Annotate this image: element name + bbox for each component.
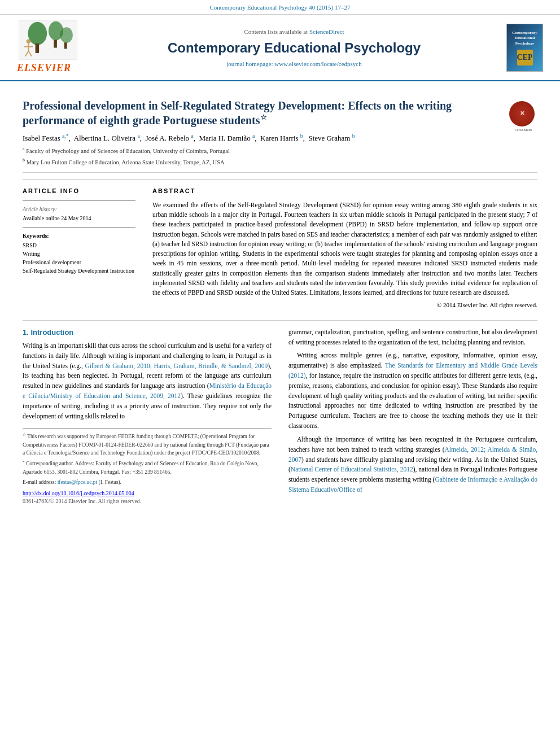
body-two-col: 1. Introduction Writing is an important …	[23, 327, 537, 506]
journal-header: ELSEVIER Contents lists available at Sci…	[0, 15, 560, 81]
keyword-srsd-instruction: Self-Regulated Strategy Development Inst…	[23, 267, 135, 275]
svg-point-5	[60, 28, 72, 43]
footnote-2: * Corresponding author. Address: Faculty…	[23, 459, 272, 476]
page: Contemporary Educational Psychology 40 (…	[0, 0, 560, 747]
author-rebelo: José A. Rebelo a,	[145, 134, 197, 142]
footnote-1: ☆ This research was supported by Europea…	[23, 432, 272, 457]
journal-title: Contemporary Educational Psychology	[90, 38, 498, 58]
article-info-heading: ARTICLE INFO	[23, 187, 135, 195]
svg-rect-2	[36, 43, 40, 53]
article-info-col: ARTICLE INFO Article history: Available …	[23, 187, 135, 309]
svg-rect-6	[64, 43, 67, 49]
issn-line: 0361-476X/© 2014 Elsevier Inc. All right…	[23, 497, 272, 505]
keyword-writing: Writing	[23, 250, 135, 258]
journal-url[interactable]: journal homepage: www.elsevier.com/locat…	[226, 60, 361, 67]
email-footnote: E-mail address: ifestas@fpce.uc.pt (I. F…	[23, 478, 272, 486]
body-col-right: grammar, capitalization, punctuation, sp…	[288, 327, 537, 506]
abstract-text: We examined the effects of the Self-Regu…	[152, 200, 537, 298]
svg-point-1	[28, 22, 47, 45]
svg-point-7	[27, 40, 30, 43]
intro-paragraph-1: Writing is an important skill that cuts …	[23, 341, 272, 422]
keyword-professional-dev: Professional development	[23, 258, 135, 267]
intro-section-title: 1. Introduction	[23, 327, 272, 338]
author-damiao: Maria H. Damião a,	[199, 134, 258, 142]
journal-title-area: Contents lists available at ScienceDirec…	[90, 28, 498, 68]
email-label: E-mail address:	[23, 479, 58, 485]
elsevier-logo-area: ELSEVIER	[17, 20, 90, 75]
author-oliveira: Albertina L. Oliveira a,	[74, 134, 143, 142]
keyword-srsd: SRSD	[23, 241, 135, 250]
footnotes-area: ☆ This research was supported by Europea…	[23, 428, 272, 505]
elsevier-wordmark: ELSEVIER	[17, 61, 71, 75]
elsevier-tree-icon	[17, 20, 79, 60]
keywords-label: Keywords:	[23, 232, 135, 240]
affiliation-b: b Mary Lou Fulton College of Education, …	[23, 157, 501, 167]
intro-paragraph-2: grammar, capitalization, punctuation, sp…	[288, 327, 537, 495]
author-harris: Karen Harris b,	[260, 134, 307, 142]
article-info-abstract: ARTICLE INFO Article history: Available …	[23, 180, 537, 309]
body-col-left: 1. Introduction Writing is an important …	[23, 327, 272, 506]
journal-citation-bar: Contemporary Educational Psychology 40 (…	[0, 0, 560, 15]
article-title-area: Professional development in Self-Regulat…	[23, 98, 501, 167]
doi-link[interactable]: http://dx.doi.org/10.1016/j.cedpsych.201…	[23, 490, 134, 496]
journal-cover-area: Contemporary Educational Psychology CEP	[498, 24, 543, 72]
journal-homepage: journal homepage: www.elsevier.com/locat…	[90, 60, 498, 68]
main-content: Professional development in Self-Regulat…	[0, 81, 560, 514]
abstract-col: ABSTRACT We examined the effects of the …	[152, 187, 537, 309]
journal-cover-thumbnail: Contemporary Educational Psychology CEP	[506, 24, 543, 72]
email-link[interactable]: ifestas@fpce.uc.pt	[58, 479, 97, 485]
author-festas: Isabel Festas a,*,	[23, 134, 72, 142]
author-graham: Steve Graham b	[308, 134, 355, 142]
article-title-section: Professional development in Self-Regulat…	[23, 90, 537, 173]
affiliation-a: a Faculty of Psychology and of Sciences …	[23, 146, 501, 155]
authors-line: Isabel Festas a,*, Albertina L. Oliveira…	[23, 132, 501, 144]
copyright-line: © 2014 Elsevier Inc. All rights reserved…	[152, 301, 537, 309]
elsevier-logo: ELSEVIER	[17, 20, 90, 75]
history-label: Article history:	[23, 206, 135, 213]
body-divider	[23, 320, 537, 321]
science-direct-line: Contents lists available at ScienceDirec…	[90, 28, 498, 36]
article-title: Professional development in Self-Regulat…	[23, 98, 501, 128]
science-direct-link[interactable]: ScienceDirect	[309, 28, 344, 35]
journal-citation: Contemporary Educational Psychology 40 (…	[210, 4, 351, 11]
svg-rect-4	[54, 40, 57, 48]
crossmark-badge[interactable]: ✕ CrossMark	[509, 101, 537, 133]
crossmark-icon: ✕	[509, 101, 535, 126]
available-online: Available online 24 May 2014	[23, 215, 135, 222]
abstract-heading: ABSTRACT	[152, 187, 537, 195]
doi-line: http://dx.doi.org/10.1016/j.cedpsych.201…	[23, 490, 272, 497]
